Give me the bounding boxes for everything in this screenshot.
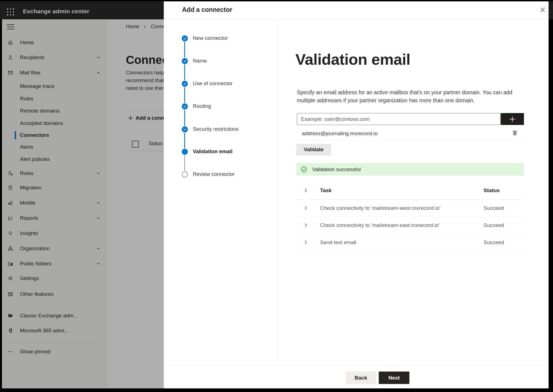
steps-column-divider [278,20,278,365]
close-icon[interactable] [538,6,547,14]
expand-row-chevron-icon[interactable] [303,240,308,245]
validation-task-row[interactable]: Check connectivity to 'mailstream-east.m… [296,217,524,234]
validation-task-row[interactable]: Check connectivity to 'mailstream-west.m… [296,200,524,217]
step-name: Name [193,58,207,64]
exchange-admin-center-screen: Exchange admin center Home Recipients Ma… [0,0,553,392]
add-address-button[interactable] [501,113,524,125]
task-status: Succeed [484,222,504,228]
back-button[interactable]: Back [346,372,376,384]
delete-address-icon[interactable] [511,129,518,137]
step-complete-icon [182,35,188,41]
next-button[interactable]: Next [379,372,409,384]
status-column-header: Status [484,187,500,194]
validation-success-banner: Validation successful [296,163,524,176]
panel-title: Add a connector [182,6,232,14]
step-active-icon [182,149,188,155]
step-connector-line [184,42,185,58]
step-connector-line [184,133,185,148]
email-address-input[interactable] [297,113,500,125]
task-name: Check connectivity to 'mailstream-east.m… [320,222,440,228]
content-description: Specify an email address for an active m… [297,88,512,104]
step-review-connector: Review connector [193,171,235,177]
task-name: Check connectivity to 'mailstream-west.m… [320,205,440,211]
plus-icon [508,115,516,123]
step-complete-icon [182,103,188,109]
step-connector-line [184,155,185,171]
task-status: Succeed [484,239,504,245]
banner-text: Validation successful [312,166,361,173]
step-complete-icon [182,58,188,64]
task-status: Succeed [484,205,504,211]
validate-button[interactable]: Validate [296,144,331,155]
step-routing: Routing [193,103,211,109]
step-validation-email: Validation email [193,148,233,155]
expand-row-chevron-icon[interactable] [303,223,308,228]
content-heading: Validation email [295,50,410,68]
step-connector-line [184,87,185,103]
step-new-connector: New connector [193,35,228,41]
added-address-value: address@journaling.mxrecord.io [302,130,378,137]
validation-task-row[interactable]: Send test email Succeed [296,234,524,251]
step-upcoming-icon [182,171,188,177]
task-column-header: Task [320,187,332,194]
address-list-divider [297,140,524,140]
panel-footer-divider [164,365,549,366]
expand-row-chevron-icon[interactable] [303,205,308,211]
panel-header-divider [164,19,549,20]
step-connector-line [184,65,185,80]
expand-all-chevron-icon[interactable] [303,188,308,193]
step-complete-icon [182,126,188,132]
success-check-circle-icon [300,166,308,173]
step-security-restrictions: Security restrictions [193,126,239,132]
step-connector-line [184,110,185,126]
table-row-divider [296,251,524,252]
task-name: Send test email [320,239,356,245]
step-use-of-connector: Use of connector [193,80,233,87]
step-complete-icon [182,81,188,87]
